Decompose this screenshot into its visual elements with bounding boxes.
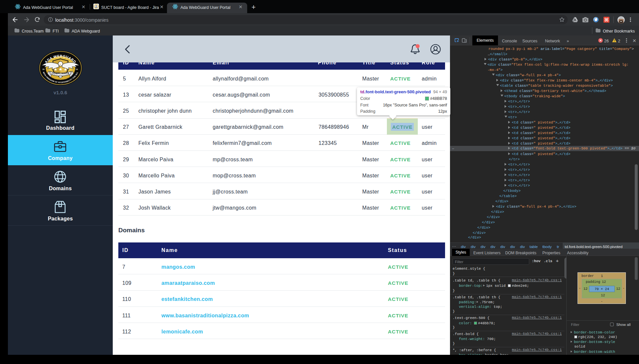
svg-text:19: 19 bbox=[76, 68, 78, 70]
svg-text:COMPLIANCE: COMPLIANCE bbox=[51, 72, 69, 75]
svg-text:★: ★ bbox=[43, 63, 45, 66]
svg-text:20: 20 bbox=[42, 68, 45, 70]
svg-text:★: ★ bbox=[75, 63, 77, 66]
